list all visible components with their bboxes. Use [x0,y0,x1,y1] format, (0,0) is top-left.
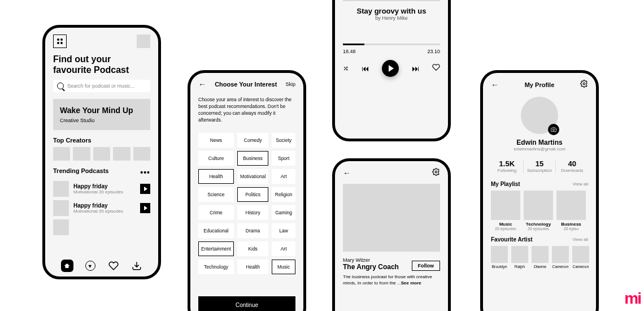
nav-explore-icon[interactable] [84,260,97,272]
trending-item[interactable]: Happy friday Motivational 20 episodes [53,200,150,216]
profile-name: Edwin Martins [491,139,588,146]
creator-card[interactable] [93,147,110,161]
creator-card[interactable] [133,147,150,161]
nav-favourites-icon[interactable] [107,260,120,272]
interest-chip[interactable]: Motivational [237,169,268,184]
interest-chip[interactable]: Entertainment [198,241,234,256]
page-title: Choose Your Interest [215,81,277,88]
playlist-card[interactable]: Technology20 episodes [524,191,553,231]
continue-button[interactable]: Continue [198,296,295,311]
page-title: My Profile [525,81,555,88]
profile-screen: ← My Profile Edwin Martins edwinmartins@… [480,70,599,311]
interest-chip[interactable]: Educational [198,223,234,238]
nav-downloads-icon[interactable] [130,260,143,272]
interest-chip[interactable]: Religion [272,187,295,202]
previous-icon[interactable]: ⏮ [362,64,369,73]
interest-chip[interactable]: Business [237,151,268,166]
page-title: Find out your favourite Podcast [53,54,150,75]
interest-chip[interactable]: Drama [237,223,268,238]
follow-button[interactable]: Follow [412,261,441,271]
home-screen: Find out your favourite Podcast Search f… [42,25,161,279]
back-icon[interactable]: ← [343,169,351,178]
podcast-thumb [53,200,69,216]
podcast-description: The business podcast for those with crea… [343,274,440,287]
interest-chip[interactable]: Art [272,241,295,256]
interest-chip[interactable]: News [198,133,234,148]
interest-chip[interactable]: Technology [198,260,234,274]
artist-card[interactable]: Cameron [552,246,569,269]
interest-chip[interactable]: Gaming [272,205,295,220]
play-button[interactable] [140,203,150,213]
interest-chip[interactable]: Kids [237,241,268,256]
play-button[interactable] [140,184,150,194]
interest-chip[interactable]: Art [272,169,295,184]
hero-title: Wake Your Mind Up [60,106,143,115]
see-more-link[interactable]: See more [401,280,421,286]
avatar[interactable] [137,34,150,48]
view-all-link[interactable]: View all [573,237,588,242]
settings-icon[interactable] [432,168,440,178]
playlist-label: My Playlist [491,181,520,187]
trending-label: Trending Podcasts [53,167,108,174]
interest-chip[interactable]: Science [198,187,234,202]
podcast-thumb [53,181,69,197]
interest-chip[interactable]: Music [272,260,295,274]
interest-chip[interactable]: Culture [198,151,234,166]
interest-chip[interactable]: Health [237,260,268,274]
svg-point-2 [552,129,554,131]
svg-point-0 [435,171,437,173]
heart-icon[interactable] [432,63,440,74]
interest-chip[interactable]: Society [272,133,295,148]
time-total: 23.10 [427,49,440,54]
more-icon[interactable]: ••• [140,168,150,177]
podcast-detail-screen: ← Mary Witzer The Angry Coach Follow The… [332,158,451,311]
trending-item[interactable] [53,219,150,235]
creator-card[interactable] [53,147,70,161]
interest-chip[interactable]: Sport [272,151,295,166]
stat[interactable]: 1.5KFollowing [491,159,524,173]
settings-icon[interactable] [580,80,588,90]
nav-home-icon[interactable] [61,260,73,272]
next-icon[interactable]: ⏭ [412,64,420,73]
hero-card[interactable]: Wake Your Mind Up Creative Studio [53,99,150,130]
trending-item[interactable]: Happy friday Motivational 20 episodes [53,181,150,197]
playlist-card[interactable]: Business20 episo [556,191,586,231]
search-icon [57,83,64,89]
search-input[interactable]: Search for podcast or music... [53,80,150,92]
play-button[interactable] [382,60,399,77]
menu-grid-button[interactable] [53,34,67,48]
artist-card[interactable]: Cameron [572,246,589,269]
artist-card[interactable]: Brooklyn [491,246,508,269]
artist-card[interactable]: Ralph [511,246,528,269]
stat[interactable]: 40Downloads [556,159,588,173]
interests-screen: ← Choose Your Interest Skip Choose your … [188,70,306,311]
skip-link[interactable]: Skip [285,81,295,87]
creator-card[interactable] [113,147,130,161]
back-icon[interactable]: ← [491,80,499,89]
interest-chip[interactable]: Comedy [237,133,268,148]
podcast-cover [343,184,440,252]
fav-artist-label: Favourite Artist [491,236,533,243]
camera-icon[interactable] [548,124,559,135]
progress-bar[interactable] [343,44,440,45]
playlist-card[interactable]: Music20 episodes [491,191,520,231]
interest-chip[interactable]: Crime [198,205,234,220]
stat[interactable]: 15Subscription [524,159,556,173]
shuffle-icon[interactable]: ⤭ [343,64,349,72]
brand-logo: mi [624,290,641,308]
interest-chip[interactable]: History [237,205,268,220]
creator-card[interactable] [73,147,90,161]
interest-chip[interactable]: Health [198,169,234,184]
svg-point-1 [583,83,585,85]
top-creators-label: Top Creators [53,137,150,144]
track-title: Stay groovy with us [343,7,440,15]
player-screen: Stay groovy with us by Henry Mike 18.48 … [332,0,451,141]
interest-chip[interactable]: Politics [237,187,268,202]
description: Choose your area of interest to discover… [198,97,295,124]
view-all-link[interactable]: View all [573,182,588,187]
artist-card[interactable]: Dianne [532,246,549,269]
interest-chip[interactable]: Law [272,223,295,238]
album-art [343,0,440,1]
podcast-thumb [53,219,69,235]
back-icon[interactable]: ← [198,80,206,89]
